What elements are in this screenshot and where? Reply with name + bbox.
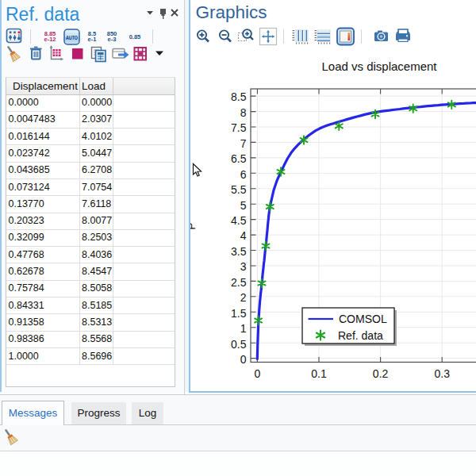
svg-text:Ref. data: Ref. data <box>338 329 383 342</box>
svg-text:0.1: 0.1 <box>311 367 327 380</box>
svg-text:7: 7 <box>240 137 247 150</box>
svg-text:0.2: 0.2 <box>373 367 389 380</box>
svg-text:e-1: e-1 <box>88 36 97 43</box>
svg-text:Load vs displacement: Load vs displacement <box>321 60 437 73</box>
svg-text:0.3: 0.3 <box>434 367 450 380</box>
svg-text:5.5: 5.5 <box>231 183 247 196</box>
svg-text:6: 6 <box>240 168 247 181</box>
svg-text:6.5: 6.5 <box>231 152 247 165</box>
svg-text:0: 0 <box>240 353 247 366</box>
svg-text:0: 0 <box>255 367 261 380</box>
svg-text:0.5: 0.5 <box>231 338 247 351</box>
svg-text:2.5: 2.5 <box>231 276 247 289</box>
svg-text:AUTO: AUTO <box>66 34 78 41</box>
svg-text:5: 5 <box>240 199 247 212</box>
svg-text:1: 1 <box>240 322 247 335</box>
svg-text:3: 3 <box>240 260 247 273</box>
svg-text:2: 2 <box>240 291 247 304</box>
svg-text:e-12: e-12 <box>44 36 56 43</box>
svg-text:4.5: 4.5 <box>231 214 247 227</box>
svg-text:4: 4 <box>240 229 247 242</box>
svg-text:0.85: 0.85 <box>129 33 141 40</box>
svg-text:1.5: 1.5 <box>231 307 247 320</box>
svg-text:8.5: 8.5 <box>231 90 247 103</box>
svg-text:e-3: e-3 <box>108 36 117 43</box>
svg-text:8: 8 <box>240 106 247 119</box>
svg-text:COMSOL: COMSOL <box>339 313 387 325</box>
svg-text:7.5: 7.5 <box>231 121 247 134</box>
svg-text:3.5: 3.5 <box>231 245 247 258</box>
svg-text:P: P <box>190 222 198 229</box>
